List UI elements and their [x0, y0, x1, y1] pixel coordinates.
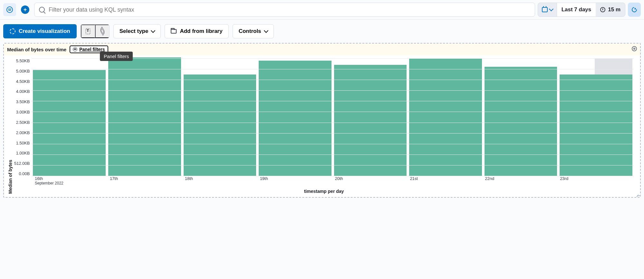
y-tick: 5.00KB	[16, 69, 30, 74]
date-range-label[interactable]: Last 7 days	[557, 3, 596, 16]
bar[interactable]	[259, 61, 332, 176]
add-from-library-button[interactable]: Add from library	[165, 24, 228, 38]
y-tick: 2.50KB	[16, 120, 30, 125]
calendar-icon	[542, 7, 548, 12]
panel-filters-label: Panel filters	[79, 47, 105, 52]
refresh-interval-label: 15 m	[608, 6, 620, 13]
bar-slot	[333, 58, 408, 176]
bar[interactable]	[108, 57, 181, 176]
x-tick: 17th	[109, 176, 184, 185]
bar[interactable]	[184, 75, 256, 176]
gridline	[32, 154, 634, 155]
dashboard-toolbar: Create visualization Select type Add fro…	[0, 20, 644, 43]
bar[interactable]	[485, 67, 557, 176]
gear-icon	[632, 46, 637, 51]
x-tick-label: 19th	[260, 176, 334, 181]
chart-body: 5.50KB5.00KB4.50KB4.00KB3.50KB3.00KB2.50…	[14, 58, 634, 194]
gridline	[32, 69, 634, 69]
select-type-label: Select type	[120, 28, 149, 35]
bar-slot	[32, 58, 107, 176]
y-tick: 4.00KB	[16, 89, 30, 94]
x-tick: 18th	[184, 176, 259, 185]
y-axis-ticks: 5.50KB5.00KB4.50KB4.00KB3.50KB3.00KB2.50…	[14, 58, 32, 176]
panel-title: Median of bytes over time	[7, 47, 66, 52]
gridline	[32, 165, 634, 165]
lens-icon	[10, 28, 15, 34]
add-layers-button[interactable]	[95, 25, 109, 38]
visualization-panel: Median of bytes over time Panel filters …	[3, 43, 641, 198]
x-tick-sublabel: September 2022	[35, 181, 109, 185]
filter-icon	[6, 6, 13, 13]
panel-filters-tooltip: Panel filters	[100, 52, 133, 61]
y-axis-title: Median of bytes	[6, 58, 14, 194]
x-tick: 16thSeptember 2022	[34, 176, 109, 185]
text-layers-group	[81, 24, 110, 38]
y-tick: 5.50KB	[16, 58, 30, 63]
y-tick: 512.00B	[14, 161, 30, 166]
x-tick: 22nd	[484, 176, 559, 185]
create-viz-label: Create visualization	[19, 28, 70, 35]
bar-slot	[182, 58, 258, 176]
chevron-down-icon	[549, 7, 553, 11]
controls-button[interactable]: Controls	[233, 24, 274, 38]
date-icon-section[interactable]	[538, 3, 557, 16]
x-tick: 19th	[259, 176, 334, 185]
date-picker[interactable]: Last 7 days 15 m	[538, 3, 625, 17]
panel-header: Median of bytes over time Panel filters	[4, 44, 640, 55]
reload-icon	[631, 6, 638, 13]
bar[interactable]	[409, 58, 482, 176]
panel-settings-button[interactable]	[630, 45, 638, 53]
kql-search-box[interactable]	[34, 3, 535, 17]
topbar: + Last 7 days 15 m	[0, 0, 644, 20]
plot-row: 5.50KB5.00KB4.50KB4.00KB3.50KB3.00KB2.50…	[14, 58, 634, 176]
bar[interactable]	[560, 75, 632, 176]
refresh-button[interactable]	[628, 3, 641, 17]
add-text-button[interactable]	[81, 25, 95, 38]
refresh-interval[interactable]: 15 m	[596, 3, 625, 16]
layers-icon	[100, 29, 105, 34]
chart-area: Median of bytes 5.50KB5.00KB4.50KB4.00KB…	[4, 55, 640, 197]
add-from-library-label: Add from library	[180, 28, 222, 35]
x-axis-ticks: 16thSeptember 202217th18th19th20th21st22…	[14, 176, 634, 185]
filter-menu-button[interactable]	[3, 3, 16, 16]
bar-slot	[408, 58, 483, 176]
gridline	[32, 123, 634, 123]
gridline	[32, 133, 634, 134]
gridline	[32, 101, 634, 101]
bar[interactable]	[334, 65, 407, 176]
resize-handle[interactable]	[636, 193, 639, 196]
plot[interactable]	[32, 58, 634, 176]
x-tick-label: 23rd	[560, 176, 634, 181]
x-tick-label: 21st	[410, 176, 484, 181]
y-tick: 1.00KB	[16, 151, 30, 155]
y-tick: 4.50KB	[16, 79, 30, 84]
gridline	[32, 112, 634, 112]
bar-slot	[107, 58, 182, 176]
select-type-button[interactable]: Select type	[113, 24, 161, 38]
x-tick: 23rd	[559, 176, 634, 185]
x-tick-label: 22nd	[485, 176, 559, 181]
controls-label: Controls	[239, 28, 261, 35]
add-filter-button[interactable]: +	[19, 3, 32, 16]
x-tick-label: 20th	[335, 176, 409, 181]
timer-icon	[600, 7, 605, 12]
gridline	[32, 176, 634, 176]
y-tick: 1.50KB	[16, 141, 30, 145]
create-visualization-button[interactable]: Create visualization	[3, 24, 77, 38]
bar[interactable]	[33, 70, 106, 176]
x-tick-label: 16th	[35, 176, 109, 181]
chevron-down-icon	[264, 28, 268, 33]
plus-icon: +	[21, 5, 29, 14]
folder-icon	[171, 29, 177, 34]
y-tick: 0.00B	[19, 171, 30, 176]
bar-slot	[257, 58, 333, 176]
gridline	[32, 80, 634, 80]
bar-slot	[558, 58, 634, 176]
x-axis-title: timestamp per day	[14, 185, 634, 194]
y-tick: 3.00KB	[16, 110, 30, 115]
bars-container	[32, 58, 634, 176]
text-cursor-icon	[86, 28, 90, 34]
kql-input[interactable]	[49, 6, 530, 13]
filter-icon	[73, 47, 77, 52]
chevron-down-icon	[151, 28, 155, 33]
